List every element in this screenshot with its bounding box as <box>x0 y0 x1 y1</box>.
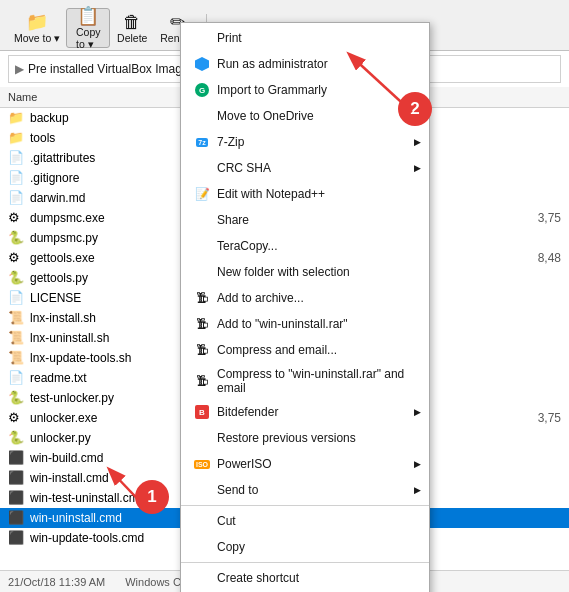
file-icon-lnx-install-sh: 📜 <box>8 310 24 326</box>
file-icon-lnx-update-tools-sh: 📜 <box>8 350 24 366</box>
move-to-icon: 📁 <box>26 13 48 31</box>
ctx-icon-add-winrar: 🗜 <box>193 315 211 333</box>
ctx-item-add-winrar[interactable]: 🗜Add to "win-uninstall.rar" <box>181 311 429 337</box>
ctx-icon-add-archive: 🗜 <box>193 289 211 307</box>
ctx-label-create-shortcut: Create shortcut <box>217 571 413 585</box>
ctx-icon-edit-notepad: 📝 <box>193 185 211 203</box>
file-icon-backup: 📁 <box>8 110 24 126</box>
ctx-item-new-folder[interactable]: New folder with selection <box>181 259 429 285</box>
move-to-label: Move to ▾ <box>14 32 60 44</box>
ctx-item-poweriso[interactable]: ISOPowerISO <box>181 451 429 477</box>
ctx-label-run-as-admin: Run as administrator <box>217 57 413 71</box>
move-to-button[interactable]: 📁 Move to ▾ <box>8 8 66 48</box>
breadcrumb-text: Pre installed VirtualBox Image <box>28 62 189 76</box>
annotation-1: 1 <box>135 480 169 514</box>
file-icon-license: 📄 <box>8 290 24 306</box>
ctx-item-compress-email[interactable]: 🗜Compress and email... <box>181 337 429 363</box>
ctx-label-send-to: Send to <box>217 483 413 497</box>
ctx-icon-print <box>193 29 211 47</box>
ctx-icon-share <box>193 211 211 229</box>
ctx-icon-7zip: 7z <box>193 133 211 151</box>
explorer-window: 📁 Move to ▾ 📋 Copyto ▾ 🗑 Delete ✏ Rena..… <box>0 0 569 592</box>
ctx-label-edit-notepad: Edit with Notepad++ <box>217 187 413 201</box>
ctx-item-send-to[interactable]: Send to <box>181 477 429 503</box>
file-size-dumpsmc-exe: 3,75 <box>491 211 561 225</box>
ctx-item-cut[interactable]: Cut <box>181 508 429 534</box>
file-icon-win-update-tools-cmd: ⬛ <box>8 530 24 546</box>
ctx-label-move-onedrive: Move to OneDrive <box>217 109 413 123</box>
ctx-label-7zip: 7-Zip <box>217 135 413 149</box>
file-icon-gettools-py: 🐍 <box>8 270 24 286</box>
ctx-icon-compress-email: 🗜 <box>193 341 211 359</box>
file-size-gettools-exe: 8,48 <box>491 251 561 265</box>
file-icon-win-build-cmd: ⬛ <box>8 450 24 466</box>
ctx-icon-create-shortcut <box>193 569 211 587</box>
ctx-item-create-shortcut[interactable]: Create shortcut <box>181 565 429 591</box>
delete-label: Delete <box>117 32 147 44</box>
ctx-item-teracopy[interactable]: TeraCopy... <box>181 233 429 259</box>
ctx-label-import-grammarly: Import to Grammarly <box>217 83 413 97</box>
file-icon-gettools-exe: ⚙ <box>8 250 24 266</box>
ctx-item-restore-versions[interactable]: Restore previous versions <box>181 425 429 451</box>
file-icon-tools: 📁 <box>8 130 24 146</box>
ctx-icon-crc-sha <box>193 159 211 177</box>
ctx-label-restore-versions: Restore previous versions <box>217 431 413 445</box>
ctx-icon-run-as-admin <box>193 55 211 73</box>
ctx-label-teracopy: TeraCopy... <box>217 239 413 253</box>
ctx-item-add-archive[interactable]: 🗜Add to archive... <box>181 285 429 311</box>
ctx-label-copy: Copy <box>217 540 413 554</box>
ctx-item-compress-rar-email[interactable]: 🗜Compress to "win-uninstall.rar" and ema… <box>181 363 429 399</box>
file-icon-lnx-uninstall-sh: 📜 <box>8 330 24 346</box>
ctx-label-crc-sha: CRC SHA <box>217 161 413 175</box>
ctx-icon-copy <box>193 538 211 556</box>
ctx-item-7zip[interactable]: 7z7-Zip <box>181 129 429 155</box>
file-icon-gitattributes: 📄 <box>8 150 24 166</box>
ctx-label-bitdefender: Bitdefender <box>217 405 413 419</box>
copy-to-label: Copyto ▾ <box>76 26 101 50</box>
breadcrumb-arrow: ▶ <box>15 62 24 76</box>
copy-to-button[interactable]: 📋 Copyto ▾ <box>66 8 110 48</box>
ctx-icon-poweriso: ISO <box>193 455 211 473</box>
file-size-unlocker-exe: 3,75 <box>491 411 561 425</box>
ctx-icon-send-to <box>193 481 211 499</box>
ctx-icon-new-folder <box>193 263 211 281</box>
ctx-item-share[interactable]: Share <box>181 207 429 233</box>
status-date: 21/Oct/18 11:39 AM <box>8 576 105 588</box>
ctx-icon-compress-rar-email: 🗜 <box>193 372 211 390</box>
ctx-item-print[interactable]: Print <box>181 25 429 51</box>
file-icon-gitignore: 📄 <box>8 170 24 186</box>
ctx-icon-move-onedrive <box>193 107 211 125</box>
file-icon-win-test-uninstall-cmd: ⬛ <box>8 490 24 506</box>
ctx-item-move-onedrive[interactable]: Move to OneDrive <box>181 103 429 129</box>
file-icon-test-unlocker-py: 🐍 <box>8 390 24 406</box>
ctx-item-copy[interactable]: Copy <box>181 534 429 560</box>
delete-button[interactable]: 🗑 Delete <box>110 8 154 48</box>
ctx-item-run-as-admin[interactable]: Run as administrator <box>181 51 429 77</box>
ctx-icon-bitdefender: B <box>193 403 211 421</box>
ctx-item-import-grammarly[interactable]: GImport to Grammarly <box>181 77 429 103</box>
ctx-label-cut: Cut <box>217 514 413 528</box>
ctx-label-compress-rar-email: Compress to "win-uninstall.rar" and emai… <box>217 367 413 395</box>
delete-icon: 🗑 <box>123 13 141 31</box>
ctx-label-compress-email: Compress and email... <box>217 343 413 357</box>
copy-to-icon: 📋 <box>77 7 99 25</box>
ctx-icon-cut <box>193 512 211 530</box>
file-icon-unlocker-exe: ⚙ <box>8 410 24 426</box>
ctx-icon-import-grammarly: G <box>193 81 211 99</box>
ctx-label-new-folder: New folder with selection <box>217 265 413 279</box>
file-icon-unlocker-py: 🐍 <box>8 430 24 446</box>
ctx-icon-teracopy <box>193 237 211 255</box>
ctx-sep-create-shortcut <box>181 562 429 563</box>
ctx-item-bitdefender[interactable]: BBitdefender <box>181 399 429 425</box>
ctx-item-edit-notepad[interactable]: 📝Edit with Notepad++ <box>181 181 429 207</box>
annotation-2: 2 <box>398 92 432 126</box>
ctx-label-print: Print <box>217 31 413 45</box>
ctx-label-share: Share <box>217 213 413 227</box>
ctx-icon-restore-versions <box>193 429 211 447</box>
file-icon-win-install-cmd: ⬛ <box>8 470 24 486</box>
file-icon-win-uninstall-cmd: ⬛ <box>8 510 24 526</box>
ctx-item-crc-sha[interactable]: CRC SHA <box>181 155 429 181</box>
file-icon-darwin-md: 📄 <box>8 190 24 206</box>
ctx-label-poweriso: PowerISO <box>217 457 413 471</box>
file-icon-dumpsmc-py: 🐍 <box>8 230 24 246</box>
